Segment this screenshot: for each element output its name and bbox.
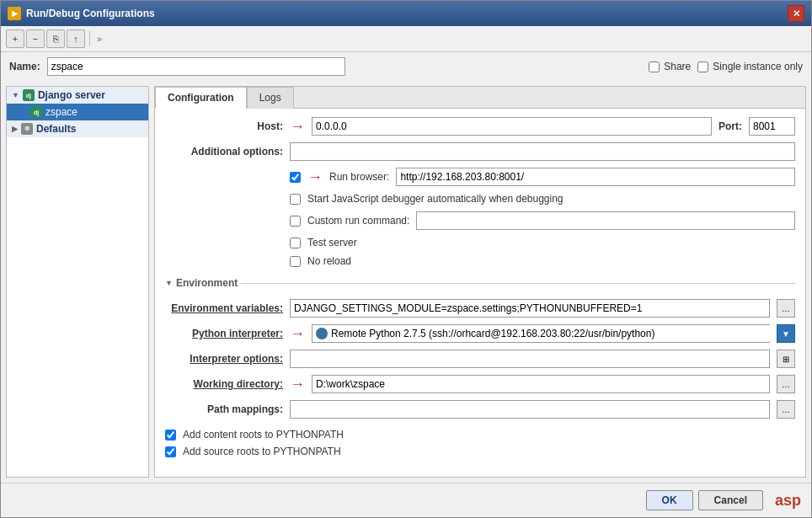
remove-config-button[interactable]: − <box>26 29 45 48</box>
tree-item-zspace[interactable]: dj zspace <box>7 104 148 120</box>
footer: OK Cancel asp <box>1 483 811 517</box>
share-checkbox[interactable] <box>649 61 660 72</box>
tree-expand-arrow: ▼ <box>12 91 19 99</box>
django-icon: dj <box>23 89 35 101</box>
run-browser-label: Run browser: <box>329 171 389 183</box>
no-reload-checkbox[interactable] <box>290 256 301 267</box>
no-reload-label: No reload <box>307 255 351 267</box>
additional-options-input[interactable] <box>290 142 795 161</box>
right-panel: Configuration Logs Host: → Port: Additio… <box>154 86 806 478</box>
working-directory-arrow: → <box>290 376 305 393</box>
cancel-button[interactable]: Cancel <box>698 490 763 510</box>
interpreter-options-input[interactable] <box>290 350 770 368</box>
test-server-row: Test server <box>165 237 795 248</box>
share-label: Share <box>664 61 691 72</box>
python-icon <box>316 328 328 339</box>
environment-expand-arrow: ▼ <box>165 279 173 287</box>
environment-divider-line <box>241 283 795 284</box>
working-directory-row: Working directory: → … <box>165 375 795 393</box>
start-js-debugger-checkbox[interactable] <box>290 194 301 205</box>
defaults-icon: ⚙ <box>21 123 33 135</box>
tabs: Configuration Logs <box>155 87 805 109</box>
more-button[interactable]: » <box>94 34 104 44</box>
name-label: Name: <box>9 61 40 72</box>
custom-run-command-input[interactable] <box>416 211 795 230</box>
name-row: Name: Share Single instance only <box>1 52 811 81</box>
single-instance-checkbox[interactable] <box>697 61 708 72</box>
left-panel: ▼ dj Django server dj zspace ▶ ⚙ Default… <box>6 86 149 478</box>
tree-item-zspace-label: zspace <box>45 106 77 118</box>
host-label: Host: <box>165 120 283 132</box>
additional-options-label: Additional options: <box>165 146 283 158</box>
add-source-roots-row: Add source roots to PYTHONPATH <box>165 446 795 457</box>
config-content: Host: → Port: Additional options: → Run <box>155 109 805 469</box>
python-interpreter-row: Python interpreter: → Remote Python 2.7.… <box>165 324 795 343</box>
additional-options-row: Additional options: <box>165 142 795 161</box>
toolbar-separator <box>89 31 90 46</box>
add-content-roots-label: Add content roots to PYTHONPATH <box>183 429 344 441</box>
name-input[interactable] <box>47 57 345 76</box>
python-interpreter-arrow: → <box>290 325 305 343</box>
python-interpreter-display: Remote Python 2.7.5 (ssh://orhcard@192.1… <box>312 324 770 343</box>
custom-run-command-label: Custom run command: <box>307 215 409 227</box>
port-input[interactable] <box>749 117 795 136</box>
host-arrow: → <box>290 118 305 136</box>
tree-item-defaults[interactable]: ▶ ⚙ Defaults <box>7 120 148 137</box>
env-vars-label: Environment variables: <box>165 302 283 314</box>
env-vars-browse-button[interactable]: … <box>777 299 795 318</box>
zspace-django-icon: dj <box>30 106 42 118</box>
custom-run-command-checkbox[interactable] <box>290 216 301 227</box>
env-vars-input[interactable] <box>290 299 770 318</box>
tab-configuration[interactable]: Configuration <box>155 87 247 109</box>
interpreter-options-row: Interpreter options: ⊞ <box>165 350 795 368</box>
ok-button[interactable]: OK <box>646 490 693 510</box>
python-interpreter-dropdown[interactable]: ▼ <box>777 324 795 343</box>
run-browser-row: → Run browser: <box>165 168 795 186</box>
host-row: Host: → Port: <box>165 117 795 136</box>
run-browser-input[interactable] <box>396 168 795 186</box>
dialog-title: Run/Debug Configurations <box>26 8 155 19</box>
working-directory-input[interactable] <box>312 375 770 393</box>
start-js-debugger-row: Start JavaScript debugger automatically … <box>165 193 795 205</box>
interpreter-options-browse-button[interactable]: ⊞ <box>777 350 795 368</box>
move-up-button[interactable]: ↑ <box>67 29 85 48</box>
run-browser-checkbox[interactable] <box>290 172 301 183</box>
add-content-roots-checkbox[interactable] <box>165 430 176 441</box>
single-instance-checkbox-group: Single instance only <box>697 61 803 72</box>
close-button[interactable]: ✕ <box>788 5 804 22</box>
interpreter-options-label: Interpreter options: <box>165 353 283 365</box>
main-content: ▼ dj Django server dj zspace ▶ ⚙ Default… <box>1 81 811 483</box>
add-source-roots-checkbox[interactable] <box>165 446 176 457</box>
share-checkbox-group: Share <box>649 61 691 72</box>
single-instance-label: Single instance only <box>713 61 803 72</box>
start-js-debugger-label: Start JavaScript debugger automatically … <box>307 193 564 205</box>
defaults-expand-arrow: ▶ <box>12 125 18 133</box>
tree-item-defaults-label: Defaults <box>36 123 76 135</box>
working-directory-label: Working directory: <box>165 378 283 390</box>
no-reload-row: No reload <box>165 255 795 267</box>
path-mappings-input[interactable] <box>290 400 770 419</box>
host-input[interactable] <box>312 117 712 136</box>
python-interpreter-value: Remote Python 2.7.5 (ssh://orhcard@192.1… <box>331 328 654 339</box>
dialog-icon: ▶ <box>8 7 21 20</box>
environment-section-label: Environment <box>176 277 238 289</box>
test-server-checkbox[interactable] <box>290 238 301 248</box>
path-mappings-browse-button[interactable]: … <box>777 400 795 419</box>
watermark: asp <box>775 492 801 510</box>
run-debug-dialog: ▶ Run/Debug Configurations ✕ + − ⎘ ↑ » N… <box>0 0 812 518</box>
add-source-roots-label: Add source roots to PYTHONPATH <box>183 446 341 457</box>
tab-logs[interactable]: Logs <box>247 87 294 109</box>
copy-config-button[interactable]: ⎘ <box>46 29 65 48</box>
working-directory-browse-button[interactable]: … <box>777 375 795 393</box>
test-server-label: Test server <box>307 237 357 248</box>
tree-item-django-server[interactable]: ▼ dj Django server <box>7 87 148 104</box>
add-roots-section: Add content roots to PYTHONPATH Add sour… <box>165 425 795 461</box>
custom-run-command-row: Custom run command: <box>165 211 795 230</box>
add-config-button[interactable]: + <box>6 29 24 48</box>
tree-item-label: Django server <box>38 89 105 101</box>
title-bar-left: ▶ Run/Debug Configurations <box>8 7 155 20</box>
python-interpreter-label: Python interpreter: <box>165 328 283 339</box>
add-content-roots-row: Add content roots to PYTHONPATH <box>165 429 795 441</box>
port-label: Port: <box>719 120 742 132</box>
run-browser-arrow: → <box>307 168 323 186</box>
